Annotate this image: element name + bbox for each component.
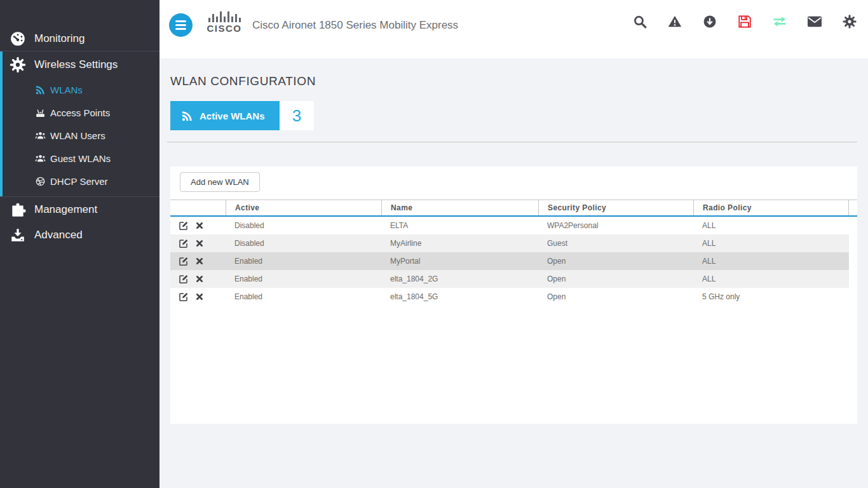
edit-wlan-icon[interactable] [179,292,189,302]
sidebar-item-wireless-settings[interactable]: Wireless Settings [3,55,159,75]
cell-name: elta_1804_2G [381,274,538,283]
wlan-table: Active Name Security Policy Radio Policy… [170,200,857,306]
sidebar-item-access-points[interactable]: Access Points [3,101,159,124]
main-content: WLAN CONFIGURATION Active WLANs 3 Add ne… [159,58,868,488]
cell-name: ELTA [381,221,538,230]
cisco-logo-word: CISCO [202,23,247,34]
antenna-icon [34,107,46,118]
topbar-icon-group [632,14,857,29]
column-header-security-policy[interactable]: Security Policy [538,200,693,215]
row-actions [170,220,226,231]
table-header-row: Active Name Security Policy Radio Policy [170,200,857,217]
delete-wlan-icon[interactable] [196,293,203,301]
table-row[interactable]: Enabled elta_1804_2G Open ALL [170,270,849,288]
product-title: Cisco Aironet 1850 Series Mobility Expre… [252,19,458,32]
column-header-active[interactable]: Active [226,200,381,215]
cell-name: MyPortal [381,257,538,266]
column-header-spacer [848,200,857,215]
section-divider [167,142,857,142]
cell-active: Enabled [226,257,381,266]
save-config-icon[interactable] [737,14,752,29]
menu-toggle-button[interactable] [169,13,193,37]
tab-active-wlans[interactable]: Active WLANs [170,101,280,130]
cell-security-policy: Open [538,257,693,266]
alert-icon[interactable] [667,14,682,29]
cell-active: Disabled [226,221,381,230]
active-wlans-count[interactable]: 3 [280,101,314,130]
cell-name: MyAirline [381,239,538,248]
cell-radio-policy: ALL [693,221,848,230]
sidebar-item-management[interactable]: Management [0,197,159,222]
sidebar: Monitoring Wireless Settings WLANs Acces… [0,0,159,488]
column-header-actions [170,200,226,215]
cell-name: elta_1804_5G [381,292,538,301]
sidebar-item-label: Guest WLANs [50,153,111,164]
top-header: CISCO Cisco Aironet 1850 Series Mobility… [159,0,868,58]
cell-active: Enabled [226,292,381,301]
sidebar-section-wireless-settings: Wireless Settings WLANs Access Points WL… [0,51,159,196]
cell-radio-policy: 5 GHz only [693,292,848,301]
gear-icon [9,57,26,74]
sidebar-item-label: Wireless Settings [34,58,118,71]
sidebar-item-label: Monitoring [34,32,85,45]
mail-icon[interactable] [807,14,822,29]
cell-security-policy: Guest [538,239,693,248]
delete-wlan-icon[interactable] [196,240,203,247]
cell-radio-policy: ALL [693,257,848,266]
cisco-logo-bars [202,11,247,22]
table-row[interactable]: Disabled MyAirline Guest ALL [170,234,849,252]
table-row-highlighted[interactable]: Enabled MyPortal Open ALL [170,252,849,270]
cisco-logo: CISCO [202,11,247,34]
row-actions [170,256,226,266]
sidebar-item-advanced[interactable]: Advanced [0,222,159,248]
tab-label: Active WLANs [200,111,265,121]
sidebar-item-label: Access Points [50,107,110,118]
page-title: WLAN CONFIGURATION [170,74,316,88]
cell-active: Disabled [226,239,381,248]
row-actions [170,292,226,302]
sidebar-item-label: WLAN Users [50,130,105,141]
table-row[interactable]: Disabled ELTA WPA2Personal ALL [170,217,849,234]
cell-radio-policy: ALL [693,274,848,283]
table-row[interactable]: Enabled elta_1804_5G Open 5 GHz only [170,288,849,306]
delete-wlan-icon[interactable] [196,275,203,283]
wireless-settings-submenu: WLANs Access Points WLAN Users Guest WLA… [3,75,159,193]
settings-gear-icon[interactable] [842,14,857,29]
software-download-icon[interactable] [702,14,717,29]
sidebar-item-label: DHCP Server [50,176,108,187]
edit-wlan-icon[interactable] [179,256,189,266]
add-new-wlan-button[interactable]: Add new WLAN [180,172,260,192]
sidebar-item-wlans[interactable]: WLANs [3,78,159,101]
sidebar-item-label: WLANs [50,85,83,95]
edit-wlan-icon[interactable] [179,220,189,231]
cell-security-policy: Open [538,292,693,301]
rss-icon [181,110,193,122]
sidebar-item-monitoring[interactable]: Monitoring [0,27,159,51]
edit-wlan-icon[interactable] [179,238,189,248]
download-tray-icon [9,227,26,244]
sidebar-item-dhcp-server[interactable]: DHCP Server [3,170,159,193]
transfer-arrows-icon[interactable] [772,14,787,29]
sidebar-item-wlan-users[interactable]: WLAN Users [3,124,159,147]
cell-radio-policy: ALL [693,239,848,248]
search-icon[interactable] [632,14,648,29]
gauge-icon [9,30,26,48]
column-header-radio-policy[interactable]: Radio Policy [693,200,848,215]
puzzle-icon [9,201,26,219]
cell-security-policy: Open [538,274,693,283]
users-icon [34,152,46,164]
dhcp-globe-icon [34,175,46,187]
sidebar-item-guest-wlans[interactable]: Guest WLANs [3,147,159,170]
table-body: Disabled ELTA WPA2Personal ALL Disabled … [170,217,857,306]
wlan-tabs: Active WLANs 3 [170,101,314,130]
users-icon [34,130,46,141]
cell-active: Enabled [226,274,381,283]
sidebar-item-label: Management [34,203,97,216]
delete-wlan-icon[interactable] [196,257,203,265]
cell-security-policy: WPA2Personal [538,221,693,230]
row-actions [170,238,226,248]
delete-wlan-icon[interactable] [196,222,203,229]
edit-wlan-icon[interactable] [179,274,189,284]
column-header-name[interactable]: Name [381,200,538,215]
wlan-table-card: Add new WLAN Active Name Security Policy… [170,166,857,424]
